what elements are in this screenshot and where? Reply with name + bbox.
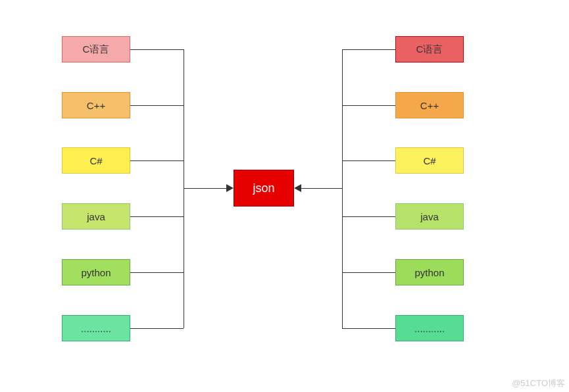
right-bus-line [342,49,343,328]
arrow-shaft-right [301,188,342,189]
connector-line [342,216,395,217]
connector-line [342,49,395,50]
left-lang-box: java [62,203,130,230]
watermark-text: @51CTO博客 [512,378,565,389]
connector-line [130,216,184,217]
connector-line [130,328,184,329]
right-lang-box: C++ [395,92,464,118]
left-lang-box: python [62,259,130,285]
connector-line [130,105,184,106]
right-lang-box: ........... [395,315,464,341]
arrow-left-icon [294,184,301,192]
connector-line [342,160,395,161]
connector-line [342,105,395,106]
left-lang-box: C语言 [62,36,130,62]
right-lang-box: C# [395,147,464,174]
left-lang-box: C++ [62,92,130,118]
right-lang-box: java [395,203,464,230]
connector-line [130,272,184,273]
center-json-box: json [234,170,294,207]
left-lang-box: C# [62,147,130,174]
right-lang-box: python [395,259,464,285]
arrow-right-icon [226,184,234,192]
left-lang-box: ........... [62,315,130,341]
arrow-shaft-left [184,188,226,189]
connector-line [342,328,395,329]
right-lang-box: C语言 [395,36,464,62]
connector-line [130,49,184,50]
connector-line [342,272,395,273]
connector-line [130,160,184,161]
